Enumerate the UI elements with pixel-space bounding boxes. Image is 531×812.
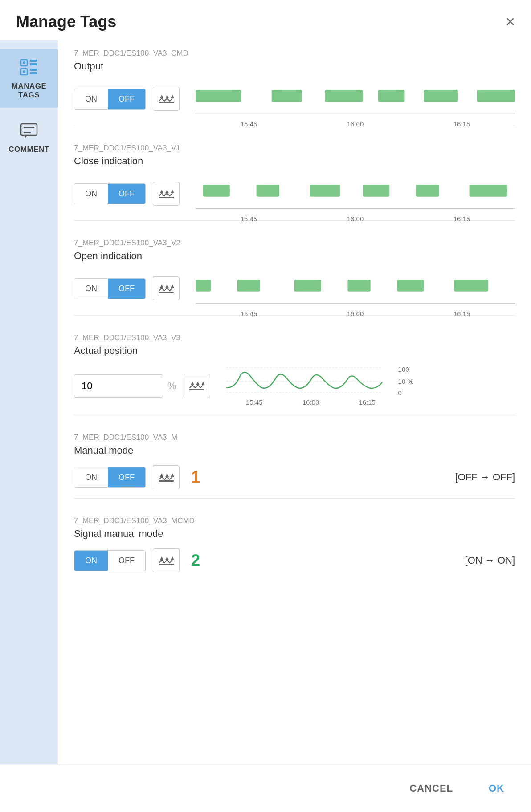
value-input-4[interactable] bbox=[74, 374, 163, 398]
svg-rect-29 bbox=[257, 185, 279, 197]
chart-labels-2: 15:45 16:00 16:15 bbox=[196, 215, 515, 223]
svg-rect-19 bbox=[325, 90, 363, 102]
svg-rect-42 bbox=[347, 280, 370, 292]
tag-section-close: 7_MER_DDC1/ES100_VA3_V1 Close indication… bbox=[74, 144, 515, 221]
toggle-on-6[interactable]: ON bbox=[74, 551, 108, 571]
manage-tags-icon bbox=[18, 57, 40, 78]
toggle-group-3: ON OFF bbox=[74, 278, 146, 299]
svg-rect-46 bbox=[189, 389, 204, 390]
chart-button-3[interactable] bbox=[153, 276, 180, 300]
close-button[interactable]: × bbox=[506, 14, 515, 30]
comment-icon bbox=[18, 120, 40, 142]
svg-marker-47 bbox=[191, 382, 194, 385]
tag-path-4: 7_MER_DDC1/ES100_VA3_V3 bbox=[74, 333, 515, 342]
svg-marker-38 bbox=[171, 284, 174, 288]
tag-controls-6: ON OFF bbox=[74, 548, 515, 572]
dialog-title: Manage Tags bbox=[16, 12, 116, 31]
chart-labels-4: 15:45 16:00 16:15 bbox=[226, 398, 396, 406]
ok-button[interactable]: OK bbox=[480, 778, 513, 799]
toggle-on-1[interactable]: ON bbox=[74, 89, 108, 109]
line-chart-4 bbox=[226, 365, 396, 397]
toggle-on-2[interactable]: ON bbox=[74, 184, 108, 204]
chart-icon-1 bbox=[158, 92, 174, 106]
sidebar: MANAGE TAGS COMMENT bbox=[0, 40, 58, 764]
tag-path-5: 7_MER_DDC1/ES100_VA3_M bbox=[74, 433, 515, 442]
svg-rect-40 bbox=[237, 280, 260, 292]
svg-rect-7 bbox=[30, 72, 37, 74]
tag-name-4: Actual position bbox=[74, 345, 515, 357]
toggle-off-3[interactable]: OFF bbox=[108, 279, 145, 299]
svg-marker-56 bbox=[171, 473, 174, 477]
svg-rect-41 bbox=[294, 280, 321, 292]
tag-section-position: 7_MER_DDC1/ES100_VA3_V3 Actual position … bbox=[74, 333, 515, 415]
dialog-footer: CANCEL OK bbox=[0, 764, 531, 812]
svg-rect-35 bbox=[159, 292, 174, 293]
chart-icon-6 bbox=[158, 554, 174, 568]
tag-section-signal-manual: 7_MER_DDC1/ES100_VA3_MCMD Signal manual … bbox=[74, 516, 515, 581]
tag-name-1: Output bbox=[74, 61, 515, 72]
chart-range-low: 0 bbox=[398, 389, 413, 397]
toggle-off-2[interactable]: OFF bbox=[108, 184, 145, 204]
toggle-off-6[interactable]: OFF bbox=[108, 551, 145, 571]
sidebar-item-comment-label: COMMENT bbox=[8, 145, 49, 154]
chart-button-5[interactable] bbox=[153, 465, 180, 489]
svg-rect-53 bbox=[159, 480, 174, 482]
toggle-group-1: ON OFF bbox=[74, 89, 146, 110]
svg-rect-21 bbox=[424, 90, 458, 102]
badge-5: 1 bbox=[191, 468, 200, 487]
sidebar-item-comment[interactable]: COMMENT bbox=[0, 112, 58, 162]
toggle-group-2: ON OFF bbox=[74, 183, 146, 204]
tag-name-2: Close indication bbox=[74, 155, 515, 167]
svg-rect-13 bbox=[159, 102, 174, 103]
tag-controls-5: ON OFF bbox=[74, 465, 515, 489]
toggle-on-5[interactable]: ON bbox=[74, 467, 108, 487]
cancel-button[interactable]: CANCEL bbox=[400, 778, 462, 799]
sidebar-item-manage-tags[interactable]: MANAGE TAGS bbox=[0, 49, 58, 108]
svg-rect-24 bbox=[159, 197, 174, 198]
svg-rect-43 bbox=[397, 280, 424, 292]
chart-icon-2 bbox=[158, 187, 174, 201]
tag-path-3: 7_MER_DDC1/ES100_VA3_V2 bbox=[74, 239, 515, 248]
svg-rect-3 bbox=[30, 63, 37, 65]
chart-button-2[interactable] bbox=[153, 182, 180, 206]
svg-marker-37 bbox=[165, 284, 169, 288]
svg-rect-20 bbox=[378, 90, 405, 102]
toggle-on-3[interactable]: ON bbox=[74, 279, 108, 299]
toggle-group-6: ON OFF bbox=[74, 550, 146, 571]
svg-marker-54 bbox=[160, 473, 163, 477]
chart-range-high: 100 bbox=[398, 365, 413, 373]
svg-marker-16 bbox=[171, 95, 174, 98]
svg-marker-59 bbox=[165, 556, 169, 560]
chart-range-mid: 10 % bbox=[398, 378, 413, 385]
line-chart-container-4: 100 10 % 0 15:45 16:00 16:15 bbox=[226, 365, 515, 406]
svg-point-5 bbox=[23, 70, 25, 73]
chart-labels-3: 15:45 16:00 16:15 bbox=[196, 310, 515, 317]
svg-rect-17 bbox=[196, 90, 241, 102]
svg-marker-49 bbox=[201, 382, 205, 385]
svg-marker-36 bbox=[160, 284, 163, 288]
chart-button-1[interactable] bbox=[153, 87, 180, 111]
tag-section-open: 7_MER_DDC1/ES100_VA3_V2 Open indication … bbox=[74, 239, 515, 316]
tag-path-6: 7_MER_DDC1/ES100_VA3_MCMD bbox=[74, 516, 515, 525]
tag-section-output: 7_MER_DDC1/ES100_VA3_CMD Output ON OFF bbox=[74, 49, 515, 126]
svg-marker-48 bbox=[196, 382, 200, 385]
toggle-off-5[interactable]: OFF bbox=[108, 467, 145, 487]
dialog-header: Manage Tags × bbox=[0, 0, 531, 40]
svg-rect-22 bbox=[477, 90, 515, 102]
chart-button-6[interactable] bbox=[153, 548, 180, 572]
tag-name-5: Manual mode bbox=[74, 445, 515, 456]
svg-rect-18 bbox=[272, 90, 302, 102]
svg-marker-26 bbox=[165, 190, 169, 193]
chart-icon-3 bbox=[158, 282, 174, 296]
dialog-body: MANAGE TAGS COMMENT bbox=[0, 40, 531, 764]
svg-rect-33 bbox=[470, 185, 507, 197]
toggle-off-1[interactable]: OFF bbox=[108, 89, 145, 109]
svg-marker-58 bbox=[160, 556, 163, 560]
content-area: 7_MER_DDC1/ES100_VA3_CMD Output ON OFF bbox=[58, 40, 531, 764]
svg-marker-55 bbox=[165, 473, 169, 477]
chart-button-4[interactable] bbox=[184, 374, 210, 398]
tag-controls-3: ON OFF bbox=[74, 271, 515, 306]
tag-path-2: 7_MER_DDC1/ES100_VA3_V1 bbox=[74, 144, 515, 153]
unit-label-4: % bbox=[167, 380, 176, 392]
tag-controls-4: % bbox=[74, 365, 515, 406]
